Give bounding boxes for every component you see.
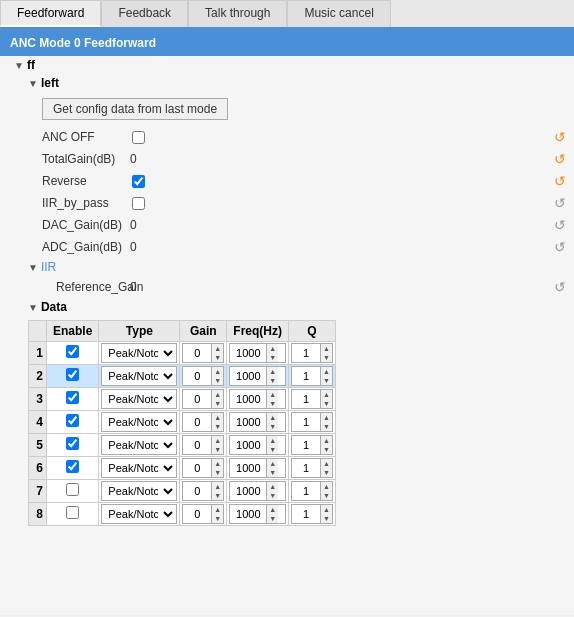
row-freq-input-2[interactable] — [230, 393, 266, 405]
row-freq-input-0[interactable] — [230, 347, 266, 359]
row-q-input-1[interactable] — [292, 370, 320, 382]
get-config-button[interactable]: Get config data from last mode — [42, 98, 228, 120]
row-gain-up-3[interactable]: ▲ — [211, 413, 223, 422]
row-q-up-0[interactable]: ▲ — [320, 344, 332, 353]
row-gain-down-1[interactable]: ▼ — [211, 376, 223, 385]
row-q-input-4[interactable] — [292, 439, 320, 451]
row-gain-up-4[interactable]: ▲ — [211, 436, 223, 445]
row-type-select-3[interactable]: Peak/NotchLow ShelfHigh ShelfLow PassHig… — [101, 412, 177, 432]
row-q-down-4[interactable]: ▼ — [320, 445, 332, 454]
reference-gain-reset-icon[interactable]: ↺ — [554, 279, 566, 295]
row-freq-down-4[interactable]: ▼ — [266, 445, 278, 454]
row-q-up-1[interactable]: ▲ — [320, 367, 332, 376]
row-type-select-1[interactable]: Peak/NotchLow ShelfHigh ShelfLow PassHig… — [101, 366, 177, 386]
row-freq-input-7[interactable] — [230, 508, 266, 520]
reset-icon-gray-4[interactable]: ↺ — [554, 217, 566, 233]
row-enable-checkbox-2[interactable] — [66, 391, 79, 404]
row-q-down-6[interactable]: ▼ — [320, 491, 332, 500]
row-gain-input-1[interactable] — [183, 370, 211, 382]
tab-feedforward[interactable]: Feedforward — [0, 0, 101, 27]
data-toggle[interactable]: ▼ — [28, 302, 38, 313]
row-q-down-0[interactable]: ▼ — [320, 353, 332, 362]
row-gain-input-7[interactable] — [183, 508, 211, 520]
row-q-input-6[interactable] — [292, 485, 320, 497]
row-gain-input-6[interactable] — [183, 485, 211, 497]
ff-toggle[interactable]: ▼ — [14, 60, 24, 71]
row-q-up-7[interactable]: ▲ — [320, 505, 332, 514]
row-gain-up-0[interactable]: ▲ — [211, 344, 223, 353]
row-freq-down-5[interactable]: ▼ — [266, 468, 278, 477]
tab-talkthrough[interactable]: Talk through — [188, 0, 287, 27]
row-q-down-2[interactable]: ▼ — [320, 399, 332, 408]
row-gain-down-3[interactable]: ▼ — [211, 422, 223, 431]
row-enable-checkbox-3[interactable] — [66, 414, 79, 427]
row-freq-up-6[interactable]: ▲ — [266, 482, 278, 491]
tab-feedback[interactable]: Feedback — [101, 0, 188, 27]
row-enable-checkbox-5[interactable] — [66, 460, 79, 473]
row-enable-checkbox-7[interactable] — [66, 506, 79, 519]
row-freq-down-2[interactable]: ▼ — [266, 399, 278, 408]
row-type-select-5[interactable]: Peak/NotchLow ShelfHigh ShelfLow PassHig… — [101, 458, 177, 478]
reset-icon-gray-3[interactable]: ↺ — [554, 195, 566, 211]
prop-checkbox-0[interactable] — [132, 131, 145, 144]
row-freq-down-3[interactable]: ▼ — [266, 422, 278, 431]
row-gain-down-6[interactable]: ▼ — [211, 491, 223, 500]
row-type-select-0[interactable]: Peak/NotchLow ShelfHigh ShelfLow PassHig… — [101, 343, 177, 363]
left-toggle[interactable]: ▼ — [28, 78, 38, 89]
row-gain-input-3[interactable] — [183, 416, 211, 428]
row-freq-up-0[interactable]: ▲ — [266, 344, 278, 353]
row-gain-up-5[interactable]: ▲ — [211, 459, 223, 468]
row-freq-input-5[interactable] — [230, 462, 266, 474]
row-freq-up-3[interactable]: ▲ — [266, 413, 278, 422]
row-freq-down-7[interactable]: ▼ — [266, 514, 278, 523]
tab-musiccancel[interactable]: Music cancel — [287, 0, 390, 27]
row-q-down-5[interactable]: ▼ — [320, 468, 332, 477]
row-gain-up-1[interactable]: ▲ — [211, 367, 223, 376]
row-q-input-5[interactable] — [292, 462, 320, 474]
row-freq-down-0[interactable]: ▼ — [266, 353, 278, 362]
row-q-up-6[interactable]: ▲ — [320, 482, 332, 491]
row-freq-input-3[interactable] — [230, 416, 266, 428]
row-enable-checkbox-4[interactable] — [66, 437, 79, 450]
row-gain-down-7[interactable]: ▼ — [211, 514, 223, 523]
row-q-down-3[interactable]: ▼ — [320, 422, 332, 431]
row-enable-checkbox-6[interactable] — [66, 483, 79, 496]
row-gain-input-0[interactable] — [183, 347, 211, 359]
row-gain-up-6[interactable]: ▲ — [211, 482, 223, 491]
row-enable-checkbox-0[interactable] — [66, 345, 79, 358]
row-freq-up-4[interactable]: ▲ — [266, 436, 278, 445]
row-q-up-2[interactable]: ▲ — [320, 390, 332, 399]
row-gain-input-4[interactable] — [183, 439, 211, 451]
reset-icon-gray-5[interactable]: ↺ — [554, 239, 566, 255]
row-q-up-5[interactable]: ▲ — [320, 459, 332, 468]
reset-icon-0[interactable]: ↺ — [554, 129, 566, 145]
row-freq-input-4[interactable] — [230, 439, 266, 451]
row-type-select-4[interactable]: Peak/NotchLow ShelfHigh ShelfLow PassHig… — [101, 435, 177, 455]
row-freq-up-1[interactable]: ▲ — [266, 367, 278, 376]
row-type-select-7[interactable]: Peak/NotchLow ShelfHigh ShelfLow PassHig… — [101, 504, 177, 524]
prop-checkbox-2[interactable] — [132, 175, 145, 188]
row-q-down-7[interactable]: ▼ — [320, 514, 332, 523]
row-gain-up-2[interactable]: ▲ — [211, 390, 223, 399]
row-type-select-6[interactable]: Peak/NotchLow ShelfHigh ShelfLow PassHig… — [101, 481, 177, 501]
row-gain-down-2[interactable]: ▼ — [211, 399, 223, 408]
reset-icon-1[interactable]: ↺ — [554, 151, 566, 167]
row-freq-down-6[interactable]: ▼ — [266, 491, 278, 500]
row-type-select-2[interactable]: Peak/NotchLow ShelfHigh ShelfLow PassHig… — [101, 389, 177, 409]
row-freq-input-1[interactable] — [230, 370, 266, 382]
row-gain-input-2[interactable] — [183, 393, 211, 405]
row-q-input-7[interactable] — [292, 508, 320, 520]
row-q-input-2[interactable] — [292, 393, 320, 405]
row-gain-down-4[interactable]: ▼ — [211, 445, 223, 454]
iir-toggle[interactable]: ▼ — [28, 262, 38, 273]
row-gain-down-0[interactable]: ▼ — [211, 353, 223, 362]
row-q-down-1[interactable]: ▼ — [320, 376, 332, 385]
row-q-up-3[interactable]: ▲ — [320, 413, 332, 422]
row-gain-up-7[interactable]: ▲ — [211, 505, 223, 514]
row-q-up-4[interactable]: ▲ — [320, 436, 332, 445]
row-q-input-0[interactable] — [292, 347, 320, 359]
prop-checkbox-3[interactable] — [132, 197, 145, 210]
row-freq-up-5[interactable]: ▲ — [266, 459, 278, 468]
row-freq-down-1[interactable]: ▼ — [266, 376, 278, 385]
row-q-input-3[interactable] — [292, 416, 320, 428]
